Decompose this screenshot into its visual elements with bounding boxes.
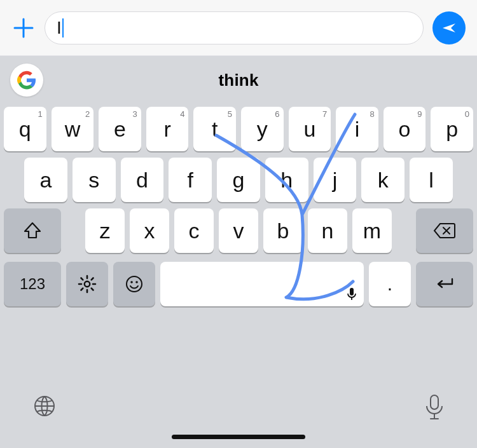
key-y[interactable]: y6 [241, 107, 284, 151]
space-key[interactable] [160, 262, 364, 306]
key-j[interactable]: j [314, 158, 357, 202]
add-media-icon[interactable] [11, 16, 36, 40]
text-cursor [62, 18, 64, 37]
emoji-icon [125, 275, 144, 294]
settings-key[interactable] [66, 262, 108, 306]
svg-point-0 [85, 282, 90, 287]
shift-key[interactable] [4, 208, 61, 253]
send-button[interactable] [432, 11, 466, 44]
compose-text: I [57, 18, 62, 38]
keyboard: q1w2e3r4t5y6u7i8o9p0 asdfghjkl zxcvbnm 1… [0, 107, 477, 306]
home-indicator[interactable] [172, 435, 305, 439]
mic-icon [346, 287, 357, 301]
dictation-key[interactable] [424, 393, 445, 421]
key-b[interactable]: b [263, 208, 303, 253]
key-g[interactable]: g [217, 158, 260, 202]
google-button[interactable] [10, 64, 43, 97]
svg-rect-6 [431, 395, 438, 409]
globe-icon [32, 393, 57, 419]
message-bar: I [0, 0, 477, 56]
svg-point-2 [130, 281, 133, 283]
period-key[interactable]: . [369, 262, 411, 306]
key-d[interactable]: d [121, 158, 164, 202]
globe-key[interactable] [32, 393, 57, 419]
key-row-4: 123 . [4, 262, 473, 306]
emoji-key[interactable] [113, 262, 155, 306]
key-n[interactable]: n [308, 208, 347, 253]
key-t[interactable]: t5 [193, 107, 236, 151]
suggestion-row: think [0, 56, 477, 104]
gear-icon [78, 275, 97, 294]
key-r[interactable]: r4 [146, 107, 189, 151]
key-i[interactable]: i8 [336, 107, 378, 151]
key-p[interactable]: p0 [431, 107, 473, 151]
key-f[interactable]: f [169, 158, 212, 202]
key-a[interactable]: a [24, 158, 67, 202]
key-m[interactable]: m [352, 208, 392, 253]
return-icon [433, 276, 456, 292]
return-key[interactable] [416, 262, 473, 306]
shift-icon [23, 221, 42, 240]
key-q[interactable]: q1 [4, 107, 46, 151]
key-z[interactable]: z [85, 208, 125, 253]
backspace-key[interactable] [416, 208, 473, 253]
key-s[interactable]: s [73, 158, 116, 202]
key-k[interactable]: k [361, 158, 404, 202]
key-w[interactable]: w2 [52, 107, 94, 151]
key-x[interactable]: x [130, 208, 169, 253]
key-row-2: asdfghjkl [4, 158, 473, 202]
key-e[interactable]: e3 [99, 107, 141, 151]
key-row-1: q1w2e3r4t5y6u7i8o9p0 [4, 107, 473, 151]
key-c[interactable]: c [174, 208, 214, 253]
key-o[interactable]: o9 [384, 107, 426, 151]
suggestion-word[interactable]: think [218, 71, 258, 90]
key-h[interactable]: h [265, 158, 308, 202]
svg-point-1 [127, 276, 142, 292]
bottom-bar [0, 378, 477, 448]
key-row-3: zxcvbnm [4, 208, 473, 253]
microphone-icon [424, 393, 445, 421]
svg-point-3 [135, 281, 138, 283]
svg-rect-4 [350, 288, 354, 295]
compose-input[interactable]: I [45, 11, 424, 44]
key-v[interactable]: v [219, 208, 258, 253]
key-l[interactable]: l [410, 158, 453, 202]
google-g-icon [17, 71, 36, 90]
numbers-key[interactable]: 123 [4, 262, 61, 306]
backspace-icon [433, 222, 456, 240]
key-u[interactable]: u7 [289, 107, 331, 151]
